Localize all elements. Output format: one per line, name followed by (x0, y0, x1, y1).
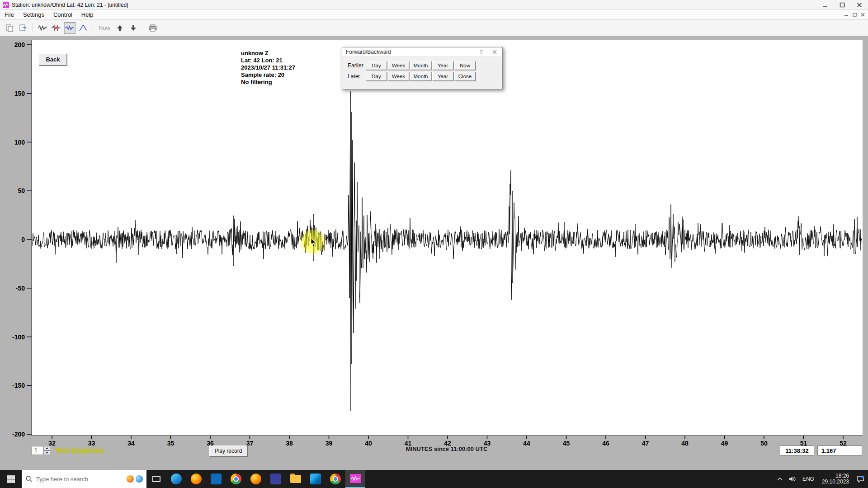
svg-text:38: 38 (286, 440, 293, 447)
trace-view-button[interactable] (64, 22, 75, 34)
dialog-close-button[interactable] (491, 48, 499, 56)
print-button[interactable] (147, 22, 159, 34)
duplicate-button[interactable] (4, 22, 15, 34)
station-info-block: unknow Z Lat: 42 Lon: 21 2023/10/27 11:3… (241, 50, 295, 86)
action-center-button[interactable] (854, 470, 868, 488)
later-label: Later (342, 73, 366, 80)
svg-text:200: 200 (14, 41, 25, 48)
minimize-button[interactable] (816, 0, 834, 10)
time-expansion-label: Time Expansion (55, 447, 104, 454)
mdi-minimize-button[interactable] (843, 11, 850, 18)
station-info-datetime: 2023/10/27 11:31:27 (241, 64, 295, 71)
tray-chevron-button[interactable] (774, 470, 786, 488)
seismogram-workspace: 200150100500-50-100-150-2003233343536373… (0, 36, 868, 470)
store-button[interactable] (206, 470, 226, 488)
mdi-window-controls (843, 11, 866, 18)
scroll-down-button[interactable] (127, 22, 139, 34)
later-close-button[interactable]: Close (454, 72, 476, 81)
maximize-icon (840, 2, 845, 8)
earlier-now-button[interactable]: Now (454, 61, 476, 70)
earlier-month-button[interactable]: Month (410, 61, 431, 70)
firefox-2-button[interactable] (246, 470, 266, 488)
later-month-button[interactable]: Month (410, 72, 431, 81)
menu-bar: File Settings Control Help (0, 10, 868, 20)
duplicate-icon (5, 24, 14, 32)
play-record-button[interactable]: Play record (209, 446, 247, 456)
firefox-icon (191, 474, 202, 484)
toolbar-separator (143, 23, 143, 33)
taskbar-search[interactable] (22, 470, 146, 488)
tray-clock[interactable]: 18:26 29.10.2023 (817, 473, 854, 485)
export-icon (19, 24, 27, 32)
svg-text:150: 150 (14, 90, 25, 97)
seismogram-app-button[interactable] (345, 470, 365, 488)
mdi-close-icon (861, 13, 865, 17)
time-expansion-spinner (44, 446, 50, 455)
spinner-up-icon (46, 447, 48, 449)
filter-curve-button[interactable] (77, 22, 89, 34)
svg-text:0: 0 (21, 236, 25, 243)
firefox-2-icon (250, 474, 261, 484)
dialog-title-bar[interactable]: Forward/Backward ? (342, 47, 502, 57)
dialog-help-button[interactable]: ? (477, 48, 485, 56)
media-player-button[interactable] (266, 470, 286, 488)
seismogram-plot[interactable]: 200150100500-50-100-150-2003233343536373… (0, 36, 868, 470)
spinner-up-button[interactable] (44, 446, 50, 450)
later-year-button[interactable]: Year (432, 72, 453, 81)
menu-control[interactable]: Control (49, 10, 77, 19)
mdi-close-button[interactable] (859, 11, 866, 18)
start-button[interactable] (0, 470, 22, 488)
menu-file[interactable]: File (0, 10, 19, 19)
language-indicator[interactable]: ENG (799, 470, 817, 488)
chrome-icon (231, 474, 241, 484)
folder-icon (290, 475, 301, 483)
picks-button[interactable] (50, 22, 62, 34)
edge-button[interactable] (166, 470, 186, 488)
svg-text:37: 37 (246, 440, 254, 447)
system-tray: ENG 18:26 29.10.2023 (774, 470, 868, 488)
file-explorer-button[interactable] (286, 470, 306, 488)
trace-view-icon (65, 24, 74, 32)
media-player-icon (270, 474, 281, 484)
tray-date: 29.10.2023 (822, 479, 849, 485)
scroll-up-icon (117, 25, 123, 31)
close-icon (857, 2, 862, 8)
vscode-button[interactable] (306, 470, 326, 488)
time-expansion-value[interactable]: 1 (32, 446, 43, 455)
scroll-up-button[interactable] (114, 22, 126, 34)
chrome-button[interactable] (226, 470, 246, 488)
earlier-week-button[interactable]: Week (388, 61, 409, 70)
click-highlight (300, 229, 326, 255)
spinner-down-button[interactable] (44, 450, 50, 455)
edge-icon (171, 474, 182, 484)
earlier-year-button[interactable]: Year (432, 61, 453, 70)
picks-icon (52, 24, 61, 32)
export-button[interactable] (17, 22, 29, 34)
firefox-button[interactable] (186, 470, 206, 488)
chrome-2-button[interactable] (326, 470, 345, 488)
back-button[interactable]: Back (39, 53, 67, 66)
menu-help[interactable]: Help (77, 10, 98, 19)
earlier-day-button[interactable]: Day (366, 61, 387, 70)
mdi-minimize-icon (844, 13, 849, 17)
waveform-button[interactable] (37, 22, 48, 34)
task-view-button[interactable] (146, 470, 166, 488)
mouse-cursor-icon (311, 239, 318, 247)
menu-settings[interactable]: Settings (19, 10, 49, 19)
spinner-down-icon (46, 452, 48, 454)
search-input[interactable] (36, 476, 108, 483)
close-button[interactable] (851, 0, 868, 10)
later-week-button[interactable]: Week (388, 72, 409, 81)
mdi-restore-button[interactable] (851, 11, 858, 18)
action-center-icon (857, 475, 865, 483)
svg-text:100: 100 (14, 139, 25, 146)
toolbar: Now (0, 20, 868, 36)
later-day-button[interactable]: Day (366, 72, 387, 81)
app-icon (3, 2, 9, 8)
maximize-button[interactable] (834, 0, 851, 10)
svg-text:-100: -100 (12, 333, 25, 341)
search-highlight-icon (127, 475, 134, 483)
svg-text:44: 44 (523, 440, 530, 447)
waveform-icon (38, 24, 47, 32)
volume-button[interactable] (786, 470, 799, 488)
